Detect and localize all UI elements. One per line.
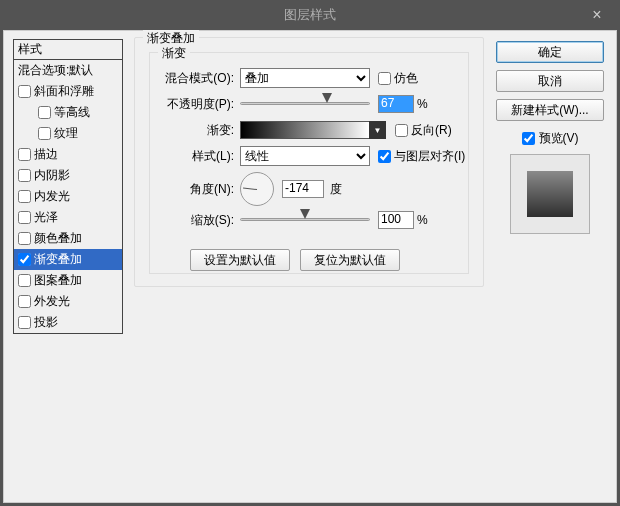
style-item-checkbox[interactable] <box>18 85 31 98</box>
style-item[interactable]: 纹理 <box>14 123 122 144</box>
style-item[interactable]: 图案叠加 <box>14 270 122 291</box>
preview-thumbnail <box>510 154 590 234</box>
reset-default-button[interactable]: 复位为默认值 <box>300 249 400 271</box>
gradient-label: 渐变: <box>150 122 240 139</box>
pct-label-2: % <box>417 213 428 227</box>
angle-dial[interactable] <box>240 172 274 206</box>
style-label: 样式(L): <box>150 148 240 165</box>
chevron-down-icon[interactable]: ▼ <box>369 121 386 139</box>
preview-label: 预览(V) <box>539 130 579 147</box>
make-default-button[interactable]: 设置为默认值 <box>190 249 290 271</box>
preview-swatch <box>527 171 573 217</box>
style-item-label: 投影 <box>34 314 58 331</box>
gradient-picker[interactable]: ▼ <box>240 121 370 139</box>
opacity-slider[interactable] <box>240 96 370 112</box>
blending-options-row[interactable]: 混合选项:默认 <box>14 60 122 81</box>
style-item-label: 外发光 <box>34 293 70 310</box>
window-title: 图层样式 <box>284 6 336 24</box>
style-item[interactable]: 内发光 <box>14 186 122 207</box>
styles-header: 样式 <box>13 39 123 59</box>
reverse-label: 反向(R) <box>411 122 452 139</box>
titlebar: 图层样式 × <box>0 0 620 30</box>
style-item-checkbox[interactable] <box>18 232 31 245</box>
reverse-checkbox[interactable] <box>395 124 408 137</box>
style-select[interactable]: 线性 <box>240 146 370 166</box>
style-item-checkbox[interactable] <box>18 274 31 287</box>
angle-label: 角度(N): <box>150 181 240 198</box>
close-icon[interactable]: × <box>574 0 620 30</box>
style-item-label: 内发光 <box>34 188 70 205</box>
style-item-label: 等高线 <box>54 104 90 121</box>
style-item-checkbox[interactable] <box>18 169 31 182</box>
style-item-label: 渐变叠加 <box>34 251 82 268</box>
style-item-checkbox[interactable] <box>18 253 31 266</box>
deg-label: 度 <box>330 181 342 198</box>
gradient-sub-group: 渐变 混合模式(O): 叠加 仿色 不透明度(P): 67 % 渐变: ▼ <box>149 52 469 274</box>
ok-button[interactable]: 确定 <box>496 41 604 63</box>
blend-mode-label: 混合模式(O): <box>150 70 240 87</box>
pct-label-1: % <box>417 97 428 111</box>
style-item-checkbox[interactable] <box>38 106 51 119</box>
style-item[interactable]: 外发光 <box>14 291 122 312</box>
style-item-label: 光泽 <box>34 209 58 226</box>
style-item-label: 描边 <box>34 146 58 163</box>
preview-checkbox[interactable] <box>522 132 535 145</box>
new-style-button[interactable]: 新建样式(W)... <box>496 99 604 121</box>
scale-input[interactable]: 100 <box>378 211 414 229</box>
right-column: 确定 取消 新建样式(W)... 预览(V) <box>494 41 606 234</box>
dialog-body: 样式 混合选项:默认 斜面和浮雕等高线纹理描边内阴影内发光光泽颜色叠加渐变叠加图… <box>3 30 617 503</box>
align-label: 与图层对齐(I) <box>394 148 465 165</box>
style-item-label: 图案叠加 <box>34 272 82 289</box>
style-item-checkbox[interactable] <box>18 190 31 203</box>
style-item-label: 颜色叠加 <box>34 230 82 247</box>
style-item[interactable]: 描边 <box>14 144 122 165</box>
styles-list: 混合选项:默认 斜面和浮雕等高线纹理描边内阴影内发光光泽颜色叠加渐变叠加图案叠加… <box>13 59 123 334</box>
style-item-label: 内阴影 <box>34 167 70 184</box>
gradient-overlay-group: 渐变叠加 渐变 混合模式(O): 叠加 仿色 不透明度(P): 67 % 渐变:… <box>134 37 484 287</box>
blend-mode-select[interactable]: 叠加 <box>240 68 370 88</box>
scale-slider[interactable] <box>240 212 370 228</box>
style-item[interactable]: 投影 <box>14 312 122 333</box>
gradient-sub-title: 渐变 <box>158 45 190 62</box>
style-item-label: 纹理 <box>54 125 78 142</box>
style-item[interactable]: 等高线 <box>14 102 122 123</box>
opacity-input[interactable]: 67 <box>378 95 414 113</box>
style-item-label: 斜面和浮雕 <box>34 83 94 100</box>
scale-label: 缩放(S): <box>150 212 240 229</box>
style-item[interactable]: 渐变叠加 <box>14 249 122 270</box>
cancel-button[interactable]: 取消 <box>496 70 604 92</box>
style-item-checkbox[interactable] <box>18 316 31 329</box>
styles-panel: 样式 混合选项:默认 斜面和浮雕等高线纹理描边内阴影内发光光泽颜色叠加渐变叠加图… <box>13 39 123 334</box>
dither-label: 仿色 <box>394 70 418 87</box>
angle-input[interactable]: -174 <box>282 180 324 198</box>
style-item-checkbox[interactable] <box>38 127 51 140</box>
style-item[interactable]: 颜色叠加 <box>14 228 122 249</box>
style-item[interactable]: 斜面和浮雕 <box>14 81 122 102</box>
style-item-checkbox[interactable] <box>18 295 31 308</box>
style-item-checkbox[interactable] <box>18 211 31 224</box>
align-checkbox[interactable] <box>378 150 391 163</box>
style-item[interactable]: 光泽 <box>14 207 122 228</box>
opacity-label: 不透明度(P): <box>150 96 240 113</box>
blending-options-label: 混合选项:默认 <box>18 62 93 79</box>
style-item[interactable]: 内阴影 <box>14 165 122 186</box>
dither-checkbox[interactable] <box>378 72 391 85</box>
style-item-checkbox[interactable] <box>18 148 31 161</box>
